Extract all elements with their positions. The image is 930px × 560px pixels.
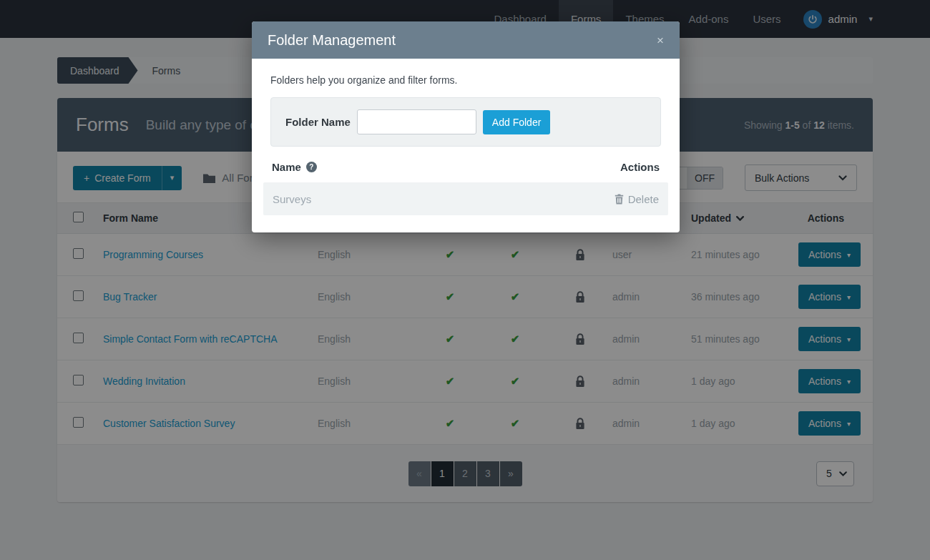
folder-name: Surveys [273, 193, 311, 205]
folder-list-name-header: Name [272, 161, 301, 173]
delete-label: Delete [628, 193, 659, 205]
close-icon[interactable]: × [657, 34, 664, 46]
folder-list-header: Name ? Actions [270, 147, 661, 182]
help-icon[interactable]: ? [306, 162, 317, 172]
folder-list-actions-header: Actions [620, 161, 660, 173]
folder-name-input[interactable] [357, 109, 476, 134]
modal-title: Folder Management [268, 32, 396, 49]
folder-name-label: Folder Name [285, 116, 351, 128]
modal-body: Folders help you organize and filter for… [252, 59, 680, 232]
folder-management-modal: Folder Management × Folders help you org… [252, 21, 680, 232]
add-folder-button[interactable]: Add Folder [483, 110, 550, 134]
modal-intro-text: Folders help you organize and filter for… [270, 74, 661, 86]
trash-icon [615, 194, 624, 205]
folder-list-item: Surveys Delete [263, 182, 668, 215]
delete-folder-button[interactable]: Delete [615, 193, 659, 205]
add-folder-form: Folder Name Add Folder [270, 97, 661, 147]
modal-header: Folder Management × [252, 21, 680, 59]
